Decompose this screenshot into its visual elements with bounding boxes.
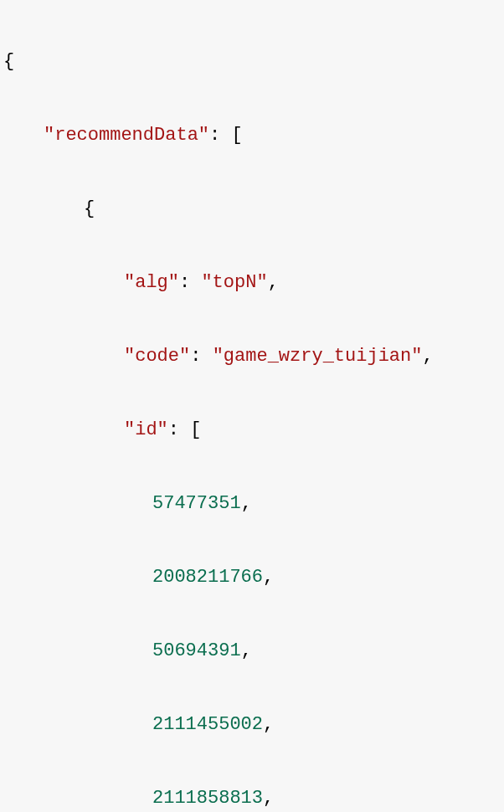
code-line: "id": [ — [3, 412, 501, 449]
json-value-code: "game_wzry_tuijian" — [213, 346, 423, 367]
punct: , — [241, 493, 252, 514]
json-value-alg: "topN" — [201, 272, 267, 293]
json-key-id: "id" — [124, 419, 168, 440]
json-id-value: 2111455002 — [152, 714, 263, 735]
brace-open: { — [84, 198, 95, 219]
code-line: 57477351, — [3, 486, 501, 522]
json-id-value: 2008211766 — [152, 567, 263, 588]
punct: : — [179, 272, 201, 293]
json-key-recommendData: "recommendData" — [44, 125, 209, 146]
punct: : [ — [209, 125, 243, 146]
json-key-alg: "alg" — [124, 272, 179, 293]
json-code-block: { "recommendData": [ { "alg": "topN", "c… — [3, 7, 501, 812]
punct: : — [190, 346, 212, 367]
json-id-value: 2111858813 — [152, 788, 263, 809]
punct: , — [241, 640, 252, 661]
code-line: 2111455002, — [3, 707, 501, 743]
punct: , — [422, 346, 433, 367]
punct: , — [263, 567, 274, 588]
punct: : [ — [168, 419, 202, 440]
code-line: "code": "game_wzry_tuijian", — [3, 338, 501, 375]
code-line: 2008211766, — [3, 559, 501, 596]
json-id-value: 50694391 — [152, 640, 241, 661]
code-line: 2111858813, — [3, 780, 501, 812]
code-line: "alg": "topN", — [3, 265, 501, 301]
punct: , — [268, 272, 279, 293]
code-line: { — [3, 191, 501, 228]
code-line: { — [3, 44, 501, 80]
json-id-value: 57477351 — [152, 493, 241, 514]
code-line: 50694391, — [3, 633, 501, 670]
punct: , — [263, 788, 274, 809]
code-line: "recommendData": [ — [3, 117, 501, 154]
punct: , — [263, 714, 274, 735]
json-key-code: "code" — [124, 346, 190, 367]
brace-open: { — [3, 51, 14, 72]
